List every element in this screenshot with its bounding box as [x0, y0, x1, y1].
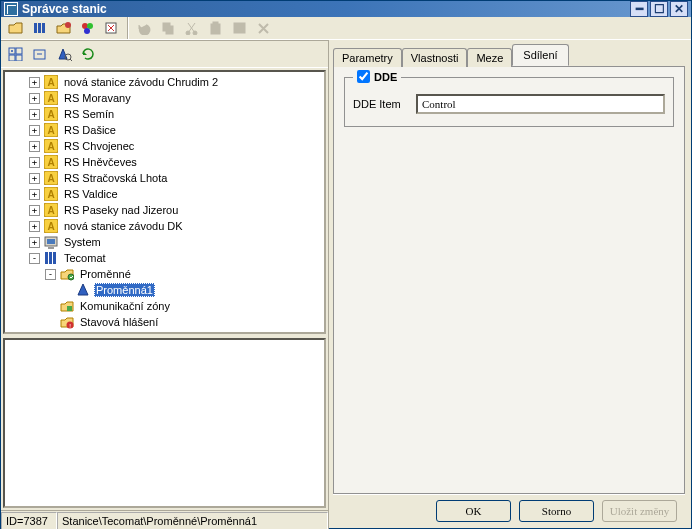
close-button[interactable]: ✕: [670, 1, 688, 17]
node-label[interactable]: Proměnná1: [94, 283, 155, 297]
tree-node[interactable]: +ARS Paseky nad Jizerou: [5, 202, 324, 218]
tree-node[interactable]: +Anová stanice závodu DK: [5, 218, 324, 234]
minimize-button[interactable]: ━: [630, 1, 648, 17]
undo-icon[interactable]: [133, 17, 155, 39]
node-label[interactable]: RS Paseky nad Jizerou: [62, 204, 180, 216]
node-label[interactable]: Stavová hlášení: [78, 316, 160, 328]
svg-point-47: [68, 274, 74, 280]
copy-icon[interactable]: [157, 17, 179, 39]
button-bar: OK Storno Uložit změny: [333, 494, 685, 526]
search-icon[interactable]: [101, 17, 123, 39]
collapse-icon[interactable]: -: [29, 253, 40, 264]
tree-node[interactable]: +ARS Stračovská Lhota: [5, 170, 324, 186]
expand-icon[interactable]: +: [29, 141, 40, 152]
tree-node[interactable]: +ARS Dašice: [5, 122, 324, 138]
svg-point-6: [84, 28, 90, 34]
node-label[interactable]: System: [62, 236, 103, 248]
tree-node[interactable]: Komunikační zóny: [5, 298, 324, 314]
expand-icon[interactable]: +: [29, 157, 40, 168]
node-label[interactable]: RS Stračovská Lhota: [62, 172, 169, 184]
node-label[interactable]: RS Semín: [62, 108, 116, 120]
expand-spacer: [45, 301, 56, 312]
ok-button[interactable]: OK: [436, 500, 511, 522]
collapse-icon[interactable]: -: [45, 269, 56, 280]
node-icon-A: A: [43, 170, 59, 186]
tree-node[interactable]: +ARS Valdice: [5, 186, 324, 202]
cut-icon[interactable]: [181, 17, 203, 39]
svg-rect-46: [53, 252, 56, 264]
edit-list-icon[interactable]: [229, 17, 251, 39]
dde-checkbox[interactable]: [357, 70, 370, 83]
titlebar: Správce stanic ━ ☐ ✕: [1, 1, 691, 17]
delete-icon[interactable]: [253, 17, 275, 39]
open-folder-icon[interactable]: [5, 17, 27, 39]
node-label[interactable]: RS Chvojenec: [62, 140, 136, 152]
status-id: ID=7387: [1, 512, 57, 530]
svg-rect-1: [38, 23, 41, 33]
tree-node[interactable]: +ARS Semín: [5, 106, 324, 122]
node-label[interactable]: Tecomat: [62, 252, 108, 264]
tab-vlastnosti[interactable]: Vlastnosti: [402, 48, 468, 67]
tree-expand-icon[interactable]: [5, 43, 27, 65]
ulozit-button[interactable]: Uložit změny: [602, 500, 677, 522]
node-icon-alert: !: [59, 314, 75, 330]
node-label[interactable]: nová stanice závodu Chrudim 2: [62, 76, 220, 88]
svg-rect-2: [42, 23, 45, 33]
expand-icon[interactable]: +: [29, 173, 40, 184]
node-icon-folder: [59, 266, 75, 282]
tab-sdileni[interactable]: Sdílení: [512, 44, 568, 66]
tree-view[interactable]: +Anová stanice závodu Chrudim 2+ARS Mora…: [3, 70, 326, 334]
node-label[interactable]: Komunikační zóny: [78, 300, 172, 312]
paste-icon[interactable]: [205, 17, 227, 39]
expand-icon[interactable]: +: [29, 237, 40, 248]
svg-rect-9: [166, 26, 173, 34]
tree-node[interactable]: Proměnná1: [5, 282, 324, 298]
svg-rect-43: [48, 247, 54, 249]
statusbar: ID=7387 Stanice\Tecomat\Proměnné\Proměnn…: [1, 510, 328, 529]
refresh-icon[interactable]: [77, 43, 99, 65]
node-label[interactable]: RS Dašice: [62, 124, 118, 136]
tree-node[interactable]: +System: [5, 234, 324, 250]
tab-parametry[interactable]: Parametry: [333, 48, 402, 67]
tree-node[interactable]: +ARS Moravany: [5, 90, 324, 106]
node-icon-var: [75, 282, 91, 298]
tree-node[interactable]: +ARS Hněvčeves: [5, 154, 324, 170]
node-label[interactable]: RS Valdice: [62, 188, 120, 200]
colors-icon[interactable]: [77, 17, 99, 39]
node-label[interactable]: RS Hněvčeves: [62, 156, 139, 168]
svg-text:A: A: [47, 109, 54, 120]
status-path: Stanice\Tecomat\Proměnné\Proměnná1: [57, 512, 328, 530]
svg-rect-17: [9, 55, 15, 61]
svg-rect-13: [213, 22, 218, 25]
bar-config-icon[interactable]: [29, 17, 51, 39]
maximize-button[interactable]: ☐: [650, 1, 668, 17]
find-var-icon[interactable]: [53, 43, 75, 65]
node-label[interactable]: RS Moravany: [62, 92, 133, 104]
expand-icon[interactable]: +: [29, 205, 40, 216]
svg-rect-0: [34, 23, 37, 33]
svg-text:A: A: [47, 93, 54, 104]
svg-text:A: A: [47, 141, 54, 152]
tree-node[interactable]: -Proměnné: [5, 266, 324, 282]
node-label[interactable]: Proměnné: [78, 268, 133, 280]
tree-node[interactable]: +Anová stanice závodu Chrudim 2: [5, 74, 324, 90]
tree-node[interactable]: !Stavová hlášení: [5, 314, 324, 330]
storno-button[interactable]: Storno: [519, 500, 594, 522]
tab-meze[interactable]: Meze: [467, 48, 512, 67]
tree-node[interactable]: -Tecomat: [5, 250, 324, 266]
expand-icon[interactable]: +: [29, 93, 40, 104]
expand-icon[interactable]: +: [29, 77, 40, 88]
tree-node[interactable]: +ARS Chvojenec: [5, 138, 324, 154]
expand-icon[interactable]: +: [29, 125, 40, 136]
dde-item-input[interactable]: [416, 94, 665, 114]
app-icon: [4, 2, 18, 16]
expand-icon[interactable]: +: [29, 221, 40, 232]
expand-icon[interactable]: +: [29, 189, 40, 200]
tree-collapse-icon[interactable]: [29, 43, 51, 65]
svg-rect-16: [16, 48, 22, 54]
svg-rect-48: [67, 306, 72, 311]
node-label[interactable]: nová stanice závodu DK: [62, 220, 185, 232]
node-icon-A: A: [43, 106, 59, 122]
folder-star-icon[interactable]: [53, 17, 75, 39]
expand-icon[interactable]: +: [29, 109, 40, 120]
